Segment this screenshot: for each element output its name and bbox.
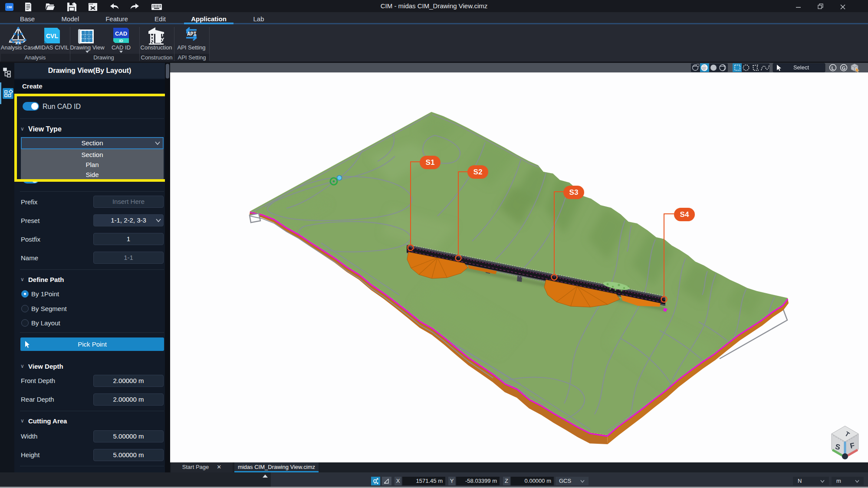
svg-text:S3: S3 — [569, 188, 579, 197]
svg-text:CAD: CAD — [115, 30, 127, 37]
svg-text:S2: S2 — [473, 168, 483, 176]
svg-text:ID: ID — [119, 39, 124, 43]
svg-text:Select: Select — [793, 64, 809, 71]
svg-text:L: L — [832, 66, 835, 71]
svg-text:G: G — [842, 66, 846, 71]
svg-text:CVL: CVL — [46, 33, 58, 39]
svg-text:CIM: CIM — [7, 6, 12, 9]
svg-text:S1: S1 — [426, 158, 435, 167]
svg-text:API: API — [187, 31, 197, 37]
svg-text:S4: S4 — [680, 210, 689, 219]
